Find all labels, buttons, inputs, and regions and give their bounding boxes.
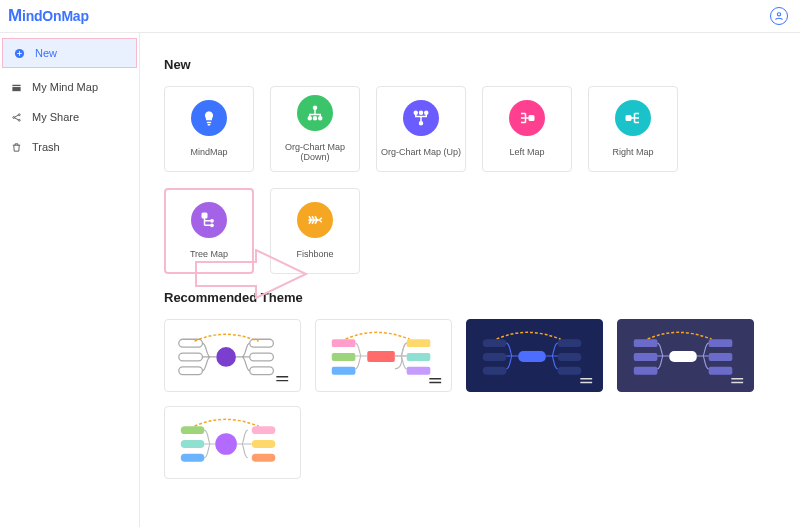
bulb-icon [191,100,227,136]
folder-icon [10,82,22,93]
svg-rect-36 [518,351,546,362]
template-fishbone[interactable]: Fishbone [270,188,360,274]
svg-rect-41 [558,353,582,361]
svg-rect-48 [709,353,733,361]
logo-text: indOnMap [22,8,89,24]
svg-point-4 [12,116,14,118]
svg-point-6 [18,119,20,121]
svg-rect-49 [709,367,733,375]
template-right-map[interactable]: Right Map [588,86,678,172]
theme-card-2[interactable] [315,319,452,392]
svg-rect-25 [179,367,203,375]
svg-rect-24 [179,353,203,361]
sidebar-item-new[interactable]: New [2,38,137,68]
svg-rect-28 [250,367,274,375]
svg-rect-43 [669,351,697,362]
svg-rect-17 [529,116,534,121]
section-title-recommended: Recommended Theme [164,290,800,305]
svg-point-0 [777,13,780,16]
template-label: Right Map [612,148,653,158]
template-label: Left Map [509,148,544,158]
svg-point-10 [308,117,311,120]
left-map-icon [509,100,545,136]
sidebar-item-trash[interactable]: Trash [0,132,139,162]
svg-point-15 [420,111,423,114]
svg-point-50 [215,433,237,455]
svg-point-14 [414,111,417,114]
svg-point-21 [211,224,213,226]
share-icon [10,112,22,123]
svg-rect-32 [332,367,356,375]
svg-rect-55 [252,440,276,448]
template-label: Fishbone [296,250,333,260]
svg-rect-2 [12,84,20,85]
template-org-chart-up[interactable]: Org-Chart Map (Up) [376,86,466,172]
svg-rect-56 [252,454,276,462]
trash-icon [10,142,22,153]
svg-rect-42 [558,367,582,375]
svg-rect-18 [626,116,631,121]
svg-rect-23 [179,339,203,347]
template-label: MindMap [190,148,227,158]
svg-point-12 [319,117,322,120]
theme-card-4[interactable] [617,319,754,392]
section-title-new: New [164,57,800,72]
sidebar: New My Mind Map My Share Trash [0,33,140,527]
svg-rect-29 [367,351,395,362]
svg-rect-47 [709,339,733,347]
template-tree-map[interactable]: Tree Map [164,188,254,274]
theme-card-3[interactable] [466,319,603,392]
template-left-map[interactable]: Left Map [482,86,572,172]
main-content: New MindMap Org-Chart Map (Down) [140,33,800,527]
template-label: Tree Map [190,250,228,260]
svg-rect-37 [483,339,507,347]
sidebar-item-label: My Mind Map [32,81,98,93]
svg-rect-35 [407,367,431,375]
svg-point-13 [420,122,423,125]
svg-rect-27 [250,353,274,361]
svg-rect-40 [558,339,582,347]
svg-rect-26 [250,339,274,347]
svg-rect-44 [634,339,658,347]
template-mindmap[interactable]: MindMap [164,86,254,172]
svg-point-9 [314,106,317,109]
org-up-icon [403,100,439,136]
sidebar-item-my-mind-map[interactable]: My Mind Map [0,72,139,102]
sidebar-item-label: New [35,47,57,59]
svg-point-22 [216,347,236,367]
svg-rect-19 [202,213,207,218]
svg-rect-54 [252,426,276,434]
tree-icon [191,202,227,238]
right-map-icon [615,100,651,136]
org-down-icon [297,95,333,131]
svg-rect-3 [12,87,20,91]
template-org-chart-down[interactable]: Org-Chart Map (Down) [270,86,360,172]
user-avatar-icon[interactable] [770,7,788,25]
svg-rect-8 [208,124,211,126]
svg-rect-31 [332,353,356,361]
svg-rect-38 [483,353,507,361]
sidebar-item-label: Trash [32,141,60,153]
app-logo: MindOnMap [8,6,89,26]
svg-rect-46 [634,367,658,375]
svg-point-20 [211,220,213,222]
svg-rect-45 [634,353,658,361]
svg-rect-39 [483,367,507,375]
svg-rect-51 [181,426,205,434]
template-label: Org-Chart Map (Up) [381,148,461,158]
theme-card-5[interactable] [164,406,301,479]
plus-circle-icon [13,48,25,59]
sidebar-item-my-share[interactable]: My Share [0,102,139,132]
template-label: Org-Chart Map (Down) [271,143,359,163]
svg-rect-34 [407,353,431,361]
svg-rect-52 [181,440,205,448]
svg-rect-30 [332,339,356,347]
svg-rect-33 [407,339,431,347]
svg-rect-7 [207,122,212,124]
svg-rect-53 [181,454,205,462]
theme-card-1[interactable] [164,319,301,392]
fishbone-icon [297,202,333,238]
sidebar-item-label: My Share [32,111,79,123]
svg-point-5 [18,113,20,115]
svg-point-16 [425,111,428,114]
